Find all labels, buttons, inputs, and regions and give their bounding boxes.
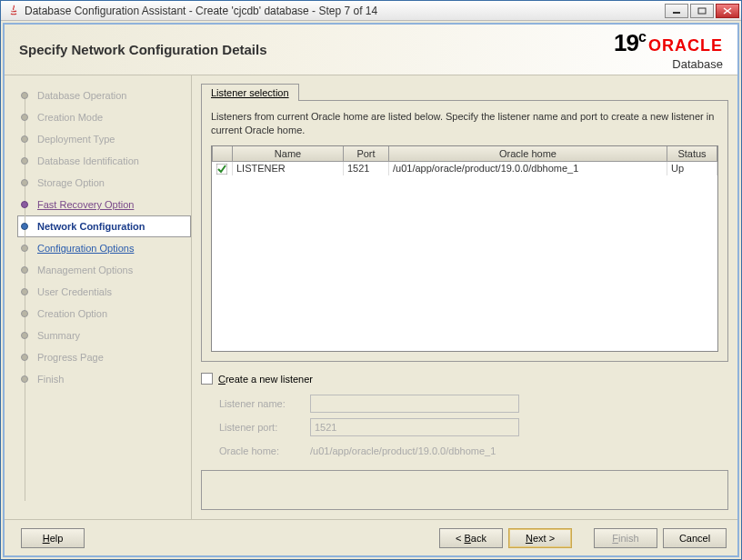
step-database-operation: Database Operation: [21, 85, 186, 106]
minimize-button[interactable]: [665, 4, 688, 18]
col-status: Status: [667, 146, 717, 162]
col-port: Port: [344, 146, 389, 162]
step-progress-page: Progress Page: [21, 346, 186, 368]
step-configuration-options[interactable]: Configuration Options: [21, 237, 186, 259]
listener-name-label: Listener name:: [219, 398, 310, 409]
step-user-credentials: User Credentials: [21, 281, 186, 303]
step-summary: Summary: [21, 325, 186, 346]
java-icon: [6, 4, 21, 18]
cell-status: Up: [667, 161, 717, 175]
tab-listener-selection[interactable]: Listener selection: [201, 84, 299, 101]
step-network-configuration: Network Configuration: [17, 215, 191, 237]
button-bar: Help < Back Next > Finish Cancel: [5, 519, 737, 555]
cell-home: /u01/app/oracle/product/19.0.0/dbhome_1: [389, 161, 667, 175]
message-area: [201, 470, 728, 510]
svg-rect-1: [698, 8, 706, 14]
create-new-listener-label: Create a new listener: [218, 374, 313, 385]
col-home: Oracle home: [389, 146, 667, 162]
step-fast-recovery-option[interactable]: Fast Recovery Option: [21, 194, 186, 215]
tab-description: Listeners from current Oracle home are l…: [211, 110, 718, 138]
step-deployment-type: Deployment Type: [21, 128, 186, 150]
oracle-logo: 19c ORACLE Database: [614, 29, 723, 71]
step-storage-option: Storage Option: [21, 172, 186, 194]
listeners-table: Name Port Oracle home Status LISTENER152…: [211, 145, 718, 352]
cancel-button[interactable]: Cancel: [663, 528, 727, 548]
wizard-steps-sidebar: Database OperationCreation ModeDeploymen…: [5, 75, 192, 519]
oracle-home-label: Oracle home:: [219, 445, 310, 456]
cell-name: LISTENER: [233, 161, 344, 175]
help-button[interactable]: Help: [21, 528, 85, 548]
step-database-identification: Database Identification: [21, 150, 186, 172]
page-title: Specify Network Configuration Details: [19, 42, 614, 57]
oracle-home-value: /u01/app/oracle/product/19.0.0/dbhome_1: [310, 445, 496, 456]
table-row[interactable]: LISTENER1521/u01/app/oracle/product/19.0…: [213, 161, 717, 175]
titlebar: Database Configuration Assistant - Creat…: [1, 1, 741, 21]
step-finish: Finish: [21, 368, 186, 390]
step-creation-mode: Creation Mode: [21, 106, 186, 128]
step-creation-option: Creation Option: [21, 303, 186, 325]
finish-button: Finish: [594, 528, 657, 548]
main-panel: Listener selection Listeners from curren…: [192, 75, 737, 519]
close-button[interactable]: [716, 4, 739, 18]
window-title: Database Configuration Assistant - Creat…: [25, 5, 665, 17]
step-management-options: Management Options: [21, 259, 186, 281]
listener-port-label: Listener port:: [219, 422, 310, 433]
maximize-button[interactable]: [690, 4, 714, 18]
next-button[interactable]: Next >: [508, 528, 572, 548]
cell-port: 1521: [344, 161, 389, 175]
listener-name-input: [310, 395, 519, 413]
listener-port-input: 1521: [310, 418, 519, 436]
create-new-listener-checkbox[interactable]: [201, 373, 213, 385]
row-checkbox[interactable]: [213, 161, 233, 175]
col-name: Name: [233, 146, 344, 162]
wizard-header: Specify Network Configuration Details 19…: [5, 25, 737, 75]
col-check: [213, 146, 233, 162]
back-button[interactable]: < Back: [439, 528, 503, 548]
